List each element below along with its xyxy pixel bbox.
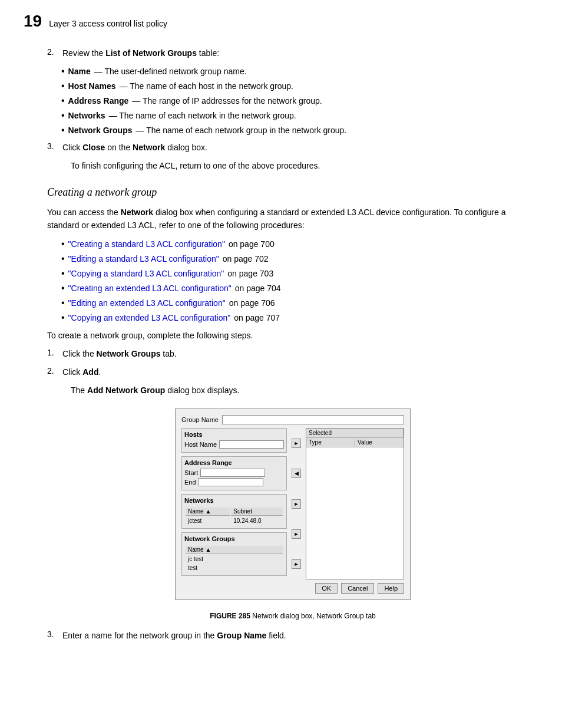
cancel-button[interactable]: Cancel [341,583,374,594]
link-item-5: "Editing an extended L3 ACL configuratio… [61,297,538,309]
dialog-main: Hosts Host Name Address Range Start [181,428,404,579]
bullet-item-hostnames: Host Names — The name of each host in th… [61,80,538,93]
type-col-header: Type [306,438,355,447]
arrow-right-ng[interactable]: ► [292,559,301,569]
networks-section: Networks Name ▲ Subnet jctest [181,494,287,529]
link-5[interactable]: "Editing an extended L3 ACL configuratio… [68,297,226,309]
link-3[interactable]: "Copying a standard L3 ACL configuration… [68,268,224,280]
network-groups-tab-bold: Network Groups [97,349,161,358]
link-item-6: "Copying an extended L3 ACL configuratio… [61,312,538,324]
figure-caption-rest: Network dialog box, Network Group tab [250,612,376,620]
ok-button[interactable]: OK [315,583,338,594]
networks-title: Networks [184,497,284,504]
add-network-group-bold: Add Network Group [87,386,165,395]
host-name-input[interactable] [219,440,284,449]
selected-label: Selected [306,429,404,437]
host-input-row: Host Name [184,440,284,449]
chapter-number: 19 [24,12,42,31]
section-heading: Creating a network group [47,186,538,199]
step-3-text: Click Close on the Network dialog box. [62,141,207,154]
type-value-header: Type Value [306,438,404,447]
start-input[interactable] [200,469,265,477]
create-intro: To create a network group, complete the … [47,329,538,342]
group-name-label: Group Name [181,416,219,423]
ng-row2-name: test [186,564,283,572]
group-name-row: Group Name [181,415,404,424]
networks-row1-subnet: 10.24.48.0 [231,517,283,525]
figure-number: FIGURE 285 [210,612,250,620]
networks-table: Name ▲ Subnet jctest 10.24.48.0 [184,506,284,526]
help-button[interactable]: Help [378,583,404,594]
host-name-label: Host Name [184,441,217,448]
create-step-3-number: 3. [47,630,58,642]
arrow-right-net[interactable]: ► [292,529,301,539]
create-step-3: 3. Enter a name for the network group in… [47,630,538,642]
networks-col-name: Name ▲ [186,508,230,516]
chapter-title: Layer 3 access control list policy [49,19,167,28]
create-step-2: 2. Click Add. [47,366,538,378]
create-step-1: 1. Click the Network Groups tab. [47,348,538,360]
create-step-2-number: 2. [47,366,58,378]
group-name-input[interactable] [222,415,404,424]
link-4[interactable]: "Creating an extended L3 ACL configurati… [68,282,232,295]
ng-row1-name: jc test [186,555,283,563]
dialog-box: Group Name Hosts Host Name [175,409,411,600]
link-item-1: "Creating a standard L3 ACL configuratio… [61,238,538,251]
body-text-1: You can access the Network dialog box wh… [47,206,538,232]
bullet-addressrange-bold: Address Range [68,95,129,107]
networks-row-1: jctest 10.24.48.0 [186,517,283,525]
bullet-list: Name — The user-defined network group na… [61,65,538,137]
link-item-3: "Copying a standard L3 ACL configuration… [61,268,538,280]
start-label: Start [184,469,198,476]
hosts-section: Hosts Host Name [181,428,287,453]
ng-row-1: jc test [186,555,283,563]
link-6[interactable]: "Copying an extended L3 ACL configuratio… [68,312,231,324]
arrow-right-hosts[interactable]: ► [292,439,301,448]
selected-panel: Selected Type Value [306,428,404,579]
list-bold: List of Network Groups [105,48,197,58]
add-bold: Add [82,367,98,377]
step-2: 2. Review the List of Network Groups tab… [47,47,538,60]
bullet-item-name: Name — The user-defined network group na… [61,65,538,78]
button-row: OK Cancel Help [181,583,404,594]
indent-note: To finish configuring the ACL, return to… [71,160,538,172]
end-input[interactable] [199,478,263,486]
bullet-hostnames-bold: Host Names [68,80,116,93]
step-2-text: Review the List of Network Groups table: [62,47,219,60]
network-dialog-bold: Network [121,207,153,217]
end-row: End [184,478,284,486]
bullet-item-addressrange: Address Range — The range of IP addresse… [61,95,538,107]
end-label: End [184,479,196,486]
address-range-title: Address Range [184,459,284,466]
group-name-bold: Group Name [217,631,266,640]
bullet-networkgroups-bold: Network Groups [68,124,133,137]
arrow-right-addr[interactable]: ► [292,499,301,509]
network-groups-section: Network Groups Name ▲ jc test [181,532,287,576]
start-row: Start [184,469,284,477]
link-item-4: "Creating an extended L3 ACL configurati… [61,282,538,295]
bullet-networks-bold: Networks [68,110,105,122]
link-1[interactable]: "Creating a standard L3 ACL configuratio… [68,238,225,251]
dialog-left: Hosts Host Name Address Range Start [181,428,287,579]
create-step-2-text: Click Add. [62,366,101,378]
dialog-container: Group Name Hosts Host Name [47,409,538,600]
page-header: 19 Layer 3 access control list policy [24,12,538,33]
bullet-name-bold: Name [68,65,91,78]
create-step-1-number: 1. [47,348,58,360]
value-col-header: Value [355,438,404,447]
dialog-intro: The Add Network Group dialog box display… [71,384,538,397]
hosts-title: Hosts [184,431,284,438]
close-bold: Close [82,143,105,152]
arrow-left[interactable]: ◀ [292,469,301,478]
networks-col-subnet: Subnet [231,508,283,516]
ng-row-2: test [186,564,283,572]
network-bold: Network [133,143,165,152]
ng-col-name: Name ▲ [186,546,283,554]
step-3-number: 3. [47,141,58,154]
bullet-item-networkgroups: Network Groups — The name of each networ… [61,124,538,137]
ng-table: Name ▲ jc test test [184,545,284,573]
figure-caption: FIGURE 285 Network dialog box, Network G… [47,612,538,620]
bullet-item-networks: Networks — The name of each network in t… [61,110,538,122]
create-step-1-text: Click the Network Groups tab. [62,348,177,360]
link-2[interactable]: "Editing a standard L3 ACL configuration… [68,253,219,265]
